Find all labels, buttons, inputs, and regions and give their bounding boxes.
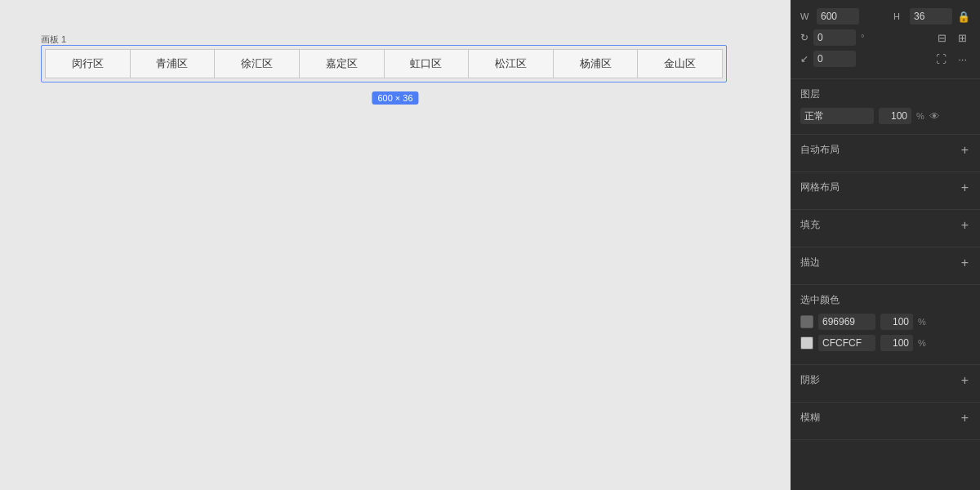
tab-item-5[interactable]: 松江区 xyxy=(468,49,553,78)
layer-opacity-input[interactable] xyxy=(879,108,911,124)
tab-item-7[interactable]: 金山区 xyxy=(637,49,723,78)
selected-color-header: 选中颜色 xyxy=(800,293,970,307)
blur-add-btn[interactable]: + xyxy=(960,412,970,425)
h-label: H xyxy=(893,11,905,21)
auto-layout-label: 自动布局 xyxy=(800,143,840,157)
size-badge: 600 × 36 xyxy=(372,91,418,105)
layer-header: 图层 xyxy=(800,87,970,101)
tabs-row: 闵行区青浦区徐汇区嘉定区虹口区松江区杨浦区金山区 xyxy=(45,49,723,78)
color-opacity-input-0[interactable] xyxy=(880,314,913,330)
fill-add-btn[interactable]: + xyxy=(960,219,970,232)
fill-label: 填充 xyxy=(800,218,820,232)
stroke-header[interactable]: 描边 + xyxy=(800,256,970,270)
selected-color-section: 选中颜色 %% xyxy=(791,285,980,365)
color-row-0: % xyxy=(800,314,970,330)
fill-section: 填充 + xyxy=(791,210,980,247)
rotate-unit: ° xyxy=(861,33,864,42)
blur-section: 模糊 + xyxy=(791,403,980,440)
canvas-area: 画板 1 闵行区青浦区徐汇区嘉定区虹口区松江区杨浦区金山区 600 × 36 xyxy=(0,0,791,490)
w-input[interactable] xyxy=(817,8,859,24)
color-swatch-0[interactable] xyxy=(800,315,813,328)
color-hex-input-0[interactable] xyxy=(818,314,875,330)
shadow-add-btn[interactable]: + xyxy=(960,374,970,387)
align-h-btn[interactable]: ⊟ xyxy=(934,30,950,46)
rotate-row: ↻ ° ⊟ ⊞ xyxy=(800,29,970,46)
color-unit-1: % xyxy=(918,338,926,348)
wh-row: W H 🔒 xyxy=(800,8,970,24)
color-hex-input-1[interactable] xyxy=(818,335,875,351)
rotate-icon: ↻ xyxy=(800,32,808,43)
shadow-header[interactable]: 阴影 + xyxy=(800,373,970,387)
dimensions-section: W H 🔒 ↻ ° ⊟ ⊞ ↙ ⛶ ··· xyxy=(791,0,980,79)
blur-label: 模糊 xyxy=(800,411,820,425)
auto-layout-header[interactable]: 自动布局 + xyxy=(800,143,970,157)
tab-item-3[interactable]: 嘉定区 xyxy=(299,49,384,78)
fill-header[interactable]: 填充 + xyxy=(800,218,970,232)
shadow-section: 阴影 + xyxy=(791,365,980,403)
auto-layout-add-btn[interactable]: + xyxy=(960,144,970,157)
color-opacity-input-1[interactable] xyxy=(880,335,913,351)
auto-layout-section: 自动布局 + xyxy=(791,135,980,172)
h-input[interactable] xyxy=(910,8,952,24)
shadow-label: 阴影 xyxy=(800,373,820,387)
color-row-1: % xyxy=(800,335,970,351)
tab-item-1[interactable]: 青浦区 xyxy=(130,49,215,78)
w-label: W xyxy=(800,11,812,21)
tab-item-0[interactable]: 闵行区 xyxy=(45,49,130,78)
grid-layout-label: 网格布局 xyxy=(800,180,840,194)
selected-color-label: 选中颜色 xyxy=(800,293,840,307)
color-unit-0: % xyxy=(918,317,926,327)
grid-layout-section: 网格布局 + xyxy=(791,172,980,210)
color-list: %% xyxy=(800,314,970,351)
align-v-btn[interactable]: ⊞ xyxy=(955,30,970,46)
grid-layout-header[interactable]: 网格布局 + xyxy=(800,180,970,194)
stroke-label: 描边 xyxy=(800,256,820,270)
tab-item-6[interactable]: 杨浦区 xyxy=(553,49,638,78)
blur-header[interactable]: 模糊 + xyxy=(800,411,970,425)
more-btn[interactable]: ··· xyxy=(955,51,970,67)
corner-icon: ↙ xyxy=(800,53,808,65)
corner-row: ↙ ⛶ ··· xyxy=(800,51,970,67)
rotate-input[interactable] xyxy=(813,29,856,46)
frame-container[interactable]: 闵行区青浦区徐汇区嘉定区虹口区松江区杨浦区金山区 xyxy=(41,45,727,82)
right-panel: W H 🔒 ↻ ° ⊟ ⊞ ↙ ⛶ ··· 图层 xyxy=(791,0,980,490)
layer-mode-row: 正常 正片叠底 滤色 % 👁 xyxy=(800,108,970,124)
stroke-add-btn[interactable]: + xyxy=(960,256,970,270)
layer-mode-select[interactable]: 正常 正片叠底 滤色 xyxy=(800,108,874,124)
tab-item-2[interactable]: 徐汇区 xyxy=(214,49,299,78)
color-swatch-1[interactable] xyxy=(800,336,813,350)
panel-label: 画板 1 xyxy=(41,33,66,46)
tab-item-4[interactable]: 虹口区 xyxy=(384,49,469,78)
layer-label: 图层 xyxy=(800,87,820,101)
visibility-icon[interactable]: 👁 xyxy=(929,110,940,122)
layer-section: 图层 正常 正片叠底 滤色 % 👁 xyxy=(791,79,980,135)
corner-input[interactable] xyxy=(813,51,856,67)
stroke-section: 描边 + xyxy=(791,247,980,285)
lock-icon[interactable]: 🔒 xyxy=(957,11,970,23)
expand-btn[interactable]: ⛶ xyxy=(933,51,950,67)
layer-opacity-unit: % xyxy=(916,111,924,121)
grid-layout-add-btn[interactable]: + xyxy=(960,181,970,194)
